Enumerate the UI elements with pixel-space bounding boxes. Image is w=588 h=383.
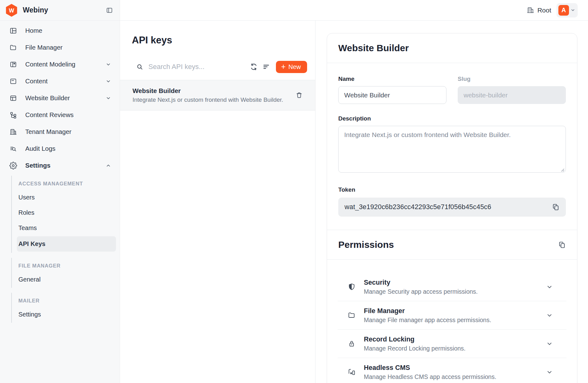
api-key-card: Website Builder Name Slug xyxy=(327,33,577,383)
refresh-icon[interactable] xyxy=(249,62,258,71)
chevron-up-icon xyxy=(106,163,111,168)
permission-row-security[interactable]: Security Manage Security app access perm… xyxy=(338,273,566,301)
tenant-selector[interactable]: Root xyxy=(527,6,551,14)
chevron-down-icon xyxy=(106,96,111,101)
tenant-label: Root xyxy=(537,7,551,14)
sidebar-item-home[interactable]: Home xyxy=(0,22,120,39)
building-icon xyxy=(9,128,17,136)
token-value: wat_3e1920c6b236cc42293c5e71f056b45c45c6 xyxy=(345,203,552,211)
permission-description: Manage Security app access permissions. xyxy=(364,288,546,295)
permission-name: Security xyxy=(364,278,546,287)
user-menu[interactable]: A xyxy=(557,3,578,17)
workflow-icon xyxy=(9,111,17,119)
submenu-section-access-management: ACCESS MANAGEMENT Users Roles Teams API … xyxy=(11,176,120,253)
sidebar-item-label: Settings xyxy=(25,162,106,169)
sidebar-item-audit-logs[interactable]: Audit Logs xyxy=(0,140,120,157)
sidebar-item-label: Content Modeling xyxy=(25,61,106,68)
copy-permissions-icon[interactable] xyxy=(558,241,566,249)
sidebar-item-label: File Manager xyxy=(25,44,111,51)
sidebar-item-file-manager[interactable]: File Manager xyxy=(0,39,120,56)
sidebar-item-tenant-manager[interactable]: Tenant Manager xyxy=(0,123,120,140)
permission-text: File Manager Manage File manager app acc… xyxy=(364,307,546,324)
main-area: Root A API keys xyxy=(120,0,588,383)
sort-icon[interactable] xyxy=(262,62,271,71)
section-label: ACCESS MANAGEMENT xyxy=(12,176,120,190)
delete-icon[interactable] xyxy=(296,92,303,99)
sidebar-item-label: Content xyxy=(25,77,106,85)
section-label: FILE MANAGER xyxy=(12,258,120,272)
topbar: Root A xyxy=(120,0,588,21)
permission-description: Manage File manager app access permissio… xyxy=(364,316,546,324)
search-input[interactable] xyxy=(148,63,245,71)
sidebar: W Webiny Home File Manager xyxy=(0,0,120,383)
name-field[interactable] xyxy=(338,86,446,104)
permission-name: Record Locking xyxy=(364,335,546,343)
sidebar-collapse-icon[interactable] xyxy=(106,7,113,14)
permission-row-file-manager[interactable]: File Manager Manage File manager app acc… xyxy=(338,301,566,330)
chevron-down-icon xyxy=(106,62,111,67)
chevron-down-icon xyxy=(571,8,575,12)
list-item-title: Website Builder xyxy=(133,87,290,95)
audit-logs-icon xyxy=(9,145,17,153)
search-row: + New xyxy=(120,60,315,74)
permission-description: Manage Headless CMS app access permissio… xyxy=(364,373,546,381)
chevron-down-icon[interactable] xyxy=(546,369,553,376)
chevron-down-icon[interactable] xyxy=(546,341,553,347)
svg-text:W: W xyxy=(9,7,14,14)
api-key-detail-panel: Website Builder Name Slug xyxy=(316,21,588,383)
permission-name: File Manager xyxy=(364,307,546,315)
sidebar-item-teams[interactable]: Teams xyxy=(12,220,120,236)
sidebar-item-label: Audit Logs xyxy=(25,145,111,152)
submenu-section-file-manager: FILE MANAGER General xyxy=(11,258,120,288)
list-item-description: Integrate Next.js or custom frontend wit… xyxy=(133,96,290,104)
list-item[interactable]: Website Builder Integrate Next.js or cus… xyxy=(120,80,315,110)
content-icon xyxy=(9,77,17,85)
permissions-title: Permissions xyxy=(338,239,558,250)
chevron-down-icon xyxy=(106,79,111,84)
webiny-logo-icon: W xyxy=(5,4,18,17)
sidebar-item-api-keys[interactable]: API Keys xyxy=(17,236,116,252)
section-label: MAILER xyxy=(12,293,120,307)
new-button-label: New xyxy=(288,63,301,71)
card-form: Name Slug Description Integrate N xyxy=(327,63,577,230)
sidebar-item-users[interactable]: Users xyxy=(12,190,120,205)
permissions-list: Security Manage Security app access perm… xyxy=(327,260,577,383)
chevron-down-icon[interactable] xyxy=(546,284,553,290)
card-title: Website Builder xyxy=(338,43,566,53)
sidebar-item-website-builder[interactable]: Website Builder xyxy=(0,90,120,106)
sidebar-item-label: Home xyxy=(25,27,111,34)
copy-token-icon[interactable] xyxy=(552,203,560,211)
description-label: Description xyxy=(338,115,566,122)
new-api-key-button[interactable]: + New xyxy=(276,61,307,73)
sidebar-item-general[interactable]: General xyxy=(12,272,120,287)
sidebar-item-content-modeling[interactable]: Content Modeling xyxy=(0,56,120,73)
permission-name: Headless CMS xyxy=(364,364,546,372)
content: API keys + New xyxy=(120,21,588,383)
permission-row-record-locking[interactable]: Record Locking Manage Record Locking per… xyxy=(338,330,566,358)
description-field[interactable]: Integrate Next.js or custom frontend wit… xyxy=(338,126,566,173)
list-item-text: Website Builder Integrate Next.js or cus… xyxy=(133,87,290,104)
sidebar-item-content[interactable]: Content xyxy=(0,73,120,90)
content-modeling-icon xyxy=(9,61,17,68)
permission-text: Headless CMS Manage Headless CMS app acc… xyxy=(364,364,546,381)
sidebar-item-roles[interactable]: Roles xyxy=(12,205,120,220)
sidebar-item-content-reviews[interactable]: Content Reviews xyxy=(0,106,120,123)
api-keys-list-panel: API keys + New xyxy=(120,21,316,383)
description-block: Description Integrate Next.js or custom … xyxy=(338,115,566,174)
permission-description: Manage Record Locking permissions. xyxy=(364,345,546,352)
permission-row-headless-cms[interactable]: Headless CMS Manage Headless CMS app acc… xyxy=(338,358,566,383)
lock-icon xyxy=(348,340,356,348)
brand-name: Webiny xyxy=(23,6,106,14)
permission-text: Security Manage Security app access perm… xyxy=(364,278,546,295)
sidebar-item-label: Tenant Manager xyxy=(25,128,111,135)
sidebar-item-mailer-settings[interactable]: Settings xyxy=(12,307,120,322)
sidebar-nav: Home File Manager Content Modeling xyxy=(0,21,120,174)
devices-icon xyxy=(348,368,356,376)
slug-field xyxy=(458,86,566,104)
token-label: Token xyxy=(338,186,566,193)
chevron-down-icon[interactable] xyxy=(546,312,553,319)
home-icon xyxy=(9,27,17,35)
sidebar-item-label: Website Builder xyxy=(25,94,106,102)
building-icon xyxy=(527,6,534,14)
sidebar-item-settings[interactable]: Settings xyxy=(0,157,120,174)
